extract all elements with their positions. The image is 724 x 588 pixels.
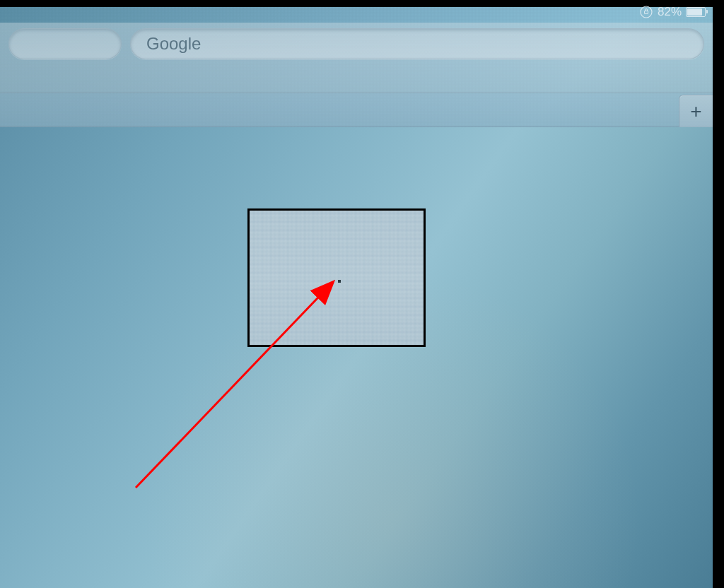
browser-content[interactable]	[0, 127, 713, 588]
new-tab-button[interactable]: +	[679, 95, 713, 127]
battery-fill	[687, 8, 702, 16]
plus-icon: +	[690, 100, 701, 123]
dead-pixel-marker	[338, 280, 341, 283]
tab-bar: +	[0, 93, 713, 127]
svg-point-0	[641, 6, 652, 18]
svg-rect-1	[644, 11, 648, 14]
status-bar: 82%	[639, 3, 706, 21]
battery-percent: 82%	[658, 5, 682, 19]
annotation-zoom-box	[247, 208, 426, 347]
rotation-lock-icon	[639, 5, 653, 19]
device-screen: 82% Google +	[0, 7, 713, 588]
browser-toolbar: Google	[0, 23, 713, 93]
url-input[interactable]	[8, 28, 122, 59]
search-input[interactable]: Google	[130, 28, 704, 59]
search-placeholder: Google	[146, 34, 201, 54]
battery-icon	[686, 7, 706, 17]
